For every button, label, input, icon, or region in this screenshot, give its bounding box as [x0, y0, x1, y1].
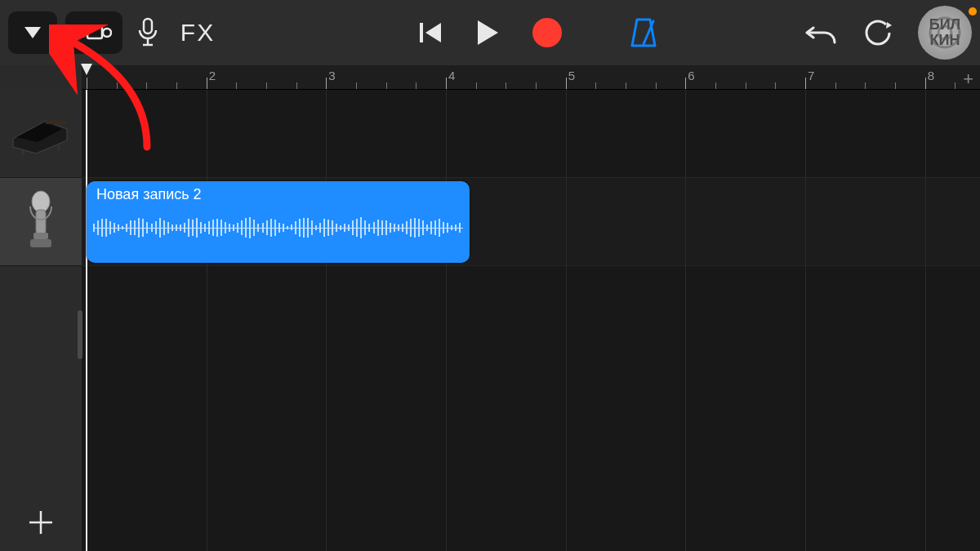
panel-resize-handle[interactable] — [78, 310, 82, 359]
piano-icon — [11, 113, 70, 155]
svg-marker-8 — [425, 23, 441, 42]
instrument-browser-button[interactable] — [65, 11, 122, 54]
svg-point-13 — [938, 26, 951, 39]
track-lane-piano[interactable] — [82, 90, 980, 178]
svg-rect-21 — [36, 210, 46, 234]
track-headers — [0, 90, 82, 551]
record-button[interactable] — [532, 18, 562, 47]
track-header-microphone[interactable] — [0, 178, 82, 266]
svg-rect-4 — [144, 19, 152, 33]
fx-button[interactable]: FX — [173, 19, 222, 47]
ruler-bar-label: 8 — [928, 69, 934, 82]
go-to-start-button[interactable] — [418, 20, 443, 45]
metronome-button[interactable] — [629, 16, 658, 49]
ruler-bar-label: 2 — [209, 69, 216, 82]
timeline-ruler[interactable]: + 2345678 — [82, 65, 980, 90]
svg-point-14 — [930, 18, 960, 47]
svg-point-3 — [103, 29, 111, 37]
microphone-icon — [25, 190, 56, 254]
timeline[interactable]: Новая запись 2 — [82, 90, 980, 551]
fx-label: FX — [180, 19, 215, 47]
add-section-button[interactable]: + — [963, 69, 973, 90]
ruler-bar-label: 7 — [808, 69, 814, 82]
notification-dot-icon — [969, 7, 977, 16]
ruler-bar-label: 6 — [688, 69, 694, 82]
ruler-bar-label: 4 — [448, 69, 455, 82]
svg-marker-9 — [478, 20, 498, 45]
loop-browser-button[interactable] — [862, 17, 893, 48]
track-header-piano[interactable] — [0, 90, 82, 178]
undo-button[interactable] — [805, 21, 838, 44]
gear-icon — [918, 6, 972, 60]
svg-point-1 — [78, 29, 86, 37]
svg-rect-22 — [33, 233, 48, 239]
record-icon — [532, 18, 562, 47]
svg-point-20 — [32, 191, 50, 212]
region-label: Новая запись 2 — [96, 186, 460, 203]
svg-rect-17 — [46, 121, 67, 124]
track-view-dropdown-button[interactable] — [8, 11, 57, 54]
play-button[interactable] — [475, 19, 500, 47]
ruler-bar-label: 5 — [568, 69, 575, 82]
audio-region[interactable]: Новая запись 2 — [87, 181, 470, 263]
svg-marker-0 — [24, 27, 41, 38]
svg-rect-7 — [420, 23, 423, 42]
svg-rect-23 — [30, 239, 51, 247]
settings-avatar-button[interactable]: БИЛ КИН — [918, 6, 972, 60]
add-track-button[interactable] — [0, 494, 82, 551]
svg-rect-2 — [87, 27, 102, 38]
microphone-input-button[interactable] — [131, 17, 165, 48]
ruler-bar-label: 3 — [328, 69, 335, 82]
toolbar: FX — [0, 0, 980, 65]
ruler-row: + 2345678 — [0, 65, 980, 90]
